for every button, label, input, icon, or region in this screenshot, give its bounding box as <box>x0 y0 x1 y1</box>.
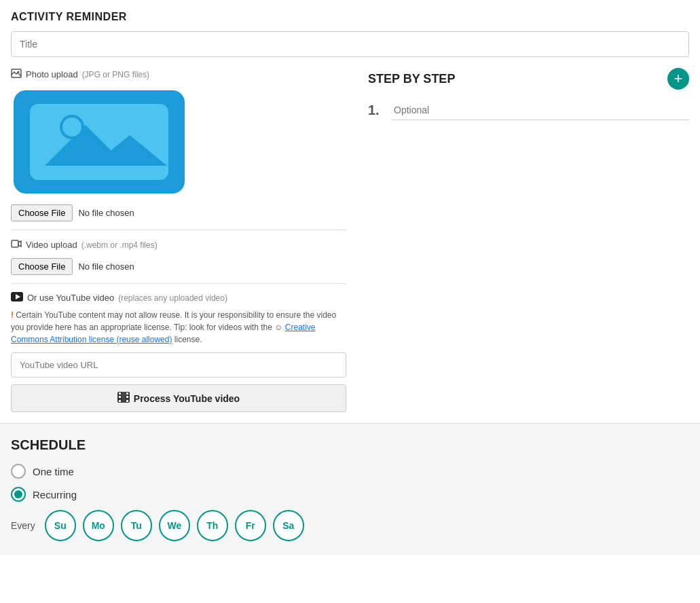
day-tu[interactable]: Tu <box>121 510 152 541</box>
step-row: 1. <box>368 100 689 120</box>
svg-rect-13 <box>119 392 121 395</box>
one-time-radio[interactable] <box>11 464 26 479</box>
video-icon <box>11 238 22 251</box>
photo-preview <box>11 88 187 196</box>
divider-1 <box>11 230 346 230</box>
page-title: ACTIVITY REMINDER <box>11 11 689 23</box>
process-youtube-label: Process YouTube video <box>134 393 240 404</box>
process-youtube-button[interactable]: Process YouTube video <box>11 384 346 412</box>
one-time-label: One time <box>33 466 74 477</box>
day-sa[interactable]: Sa <box>273 510 304 541</box>
youtube-section: Or use YouTube video (replaces any uploa… <box>11 292 346 412</box>
schedule-title: SCHEDULE <box>11 437 689 453</box>
radio-inner-dot <box>14 490 22 498</box>
title-input[interactable] <box>11 31 689 57</box>
photo-upload-label: Photo upload (JPG or PNG files) <box>11 68 346 81</box>
divider-2 <box>11 283 346 284</box>
step-by-step-header: STEP BY STEP + <box>368 68 689 90</box>
svg-rect-14 <box>119 396 121 398</box>
film-strip-icon <box>117 392 130 405</box>
svg-rect-17 <box>126 396 128 398</box>
every-label: Every <box>11 520 35 531</box>
steps-container: 1. <box>368 100 689 120</box>
svg-rect-18 <box>126 400 128 402</box>
schedule-section: SCHEDULE One time Recurring Every Su Mo … <box>0 423 700 555</box>
recurring-label: Recurring <box>33 489 77 500</box>
day-fr[interactable]: Fr <box>235 510 266 541</box>
svg-rect-8 <box>12 240 18 247</box>
days-row: Every Su Mo Tu We Th Fr Sa <box>11 510 689 541</box>
youtube-warning: ! Certain YouTube content may not allow … <box>11 309 346 346</box>
svg-rect-16 <box>126 392 128 395</box>
photo-icon <box>11 68 22 81</box>
plus-icon: + <box>674 71 683 86</box>
svg-point-1 <box>18 71 20 73</box>
video-choose-file-button[interactable]: Choose File <box>11 258 73 275</box>
day-th[interactable]: Th <box>197 510 228 541</box>
recurring-radio[interactable] <box>11 487 26 502</box>
video-no-file-text: No file chosen <box>78 261 134 272</box>
step-by-step-title: STEP BY STEP <box>368 72 455 86</box>
photo-no-file-text: No file chosen <box>78 208 134 218</box>
youtube-icon <box>11 292 23 304</box>
day-mo[interactable]: Mo <box>83 510 114 541</box>
svg-point-7 <box>62 117 81 136</box>
svg-rect-15 <box>119 400 121 402</box>
step-1-input[interactable] <box>391 100 689 120</box>
warning-icon: ! <box>11 310 14 320</box>
step-number: 1. <box>368 103 384 118</box>
day-we[interactable]: We <box>159 510 190 541</box>
recurring-radio-row[interactable]: Recurring <box>11 487 689 502</box>
add-step-button[interactable]: + <box>667 68 689 90</box>
youtube-url-input[interactable] <box>11 352 346 378</box>
photo-choose-file-button[interactable]: Choose File <box>11 204 73 221</box>
one-time-radio-row[interactable]: One time <box>11 464 689 479</box>
svg-rect-19 <box>122 392 126 403</box>
svg-marker-9 <box>18 241 21 246</box>
youtube-label: Or use YouTube video (replaces any uploa… <box>11 292 346 304</box>
day-su[interactable]: Su <box>45 510 76 541</box>
video-file-input-row: Choose File No file chosen <box>11 258 346 275</box>
video-upload-label: Video upload (.webm or .mp4 files) <box>11 238 346 251</box>
photo-file-input-row: Choose File No file chosen <box>11 204 346 221</box>
